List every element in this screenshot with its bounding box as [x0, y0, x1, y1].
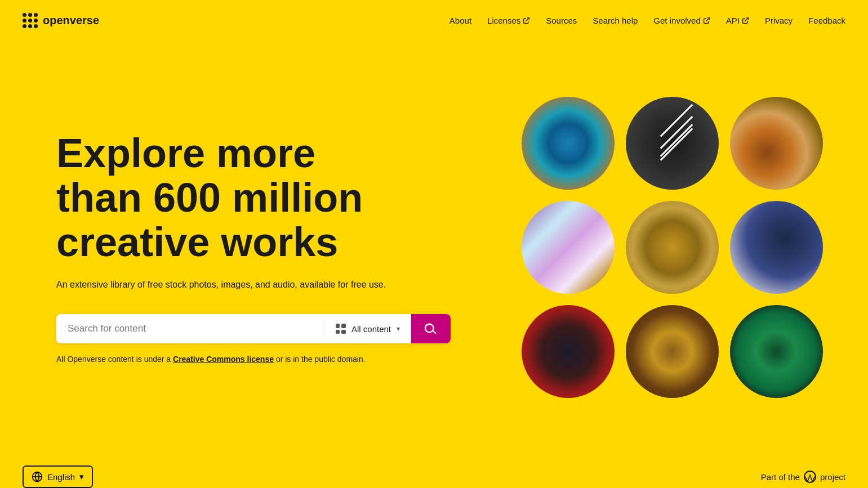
- nav-sources[interactable]: Sources: [546, 16, 577, 25]
- wp-credit: Part of the project: [761, 470, 845, 483]
- language-label: English: [47, 472, 75, 482]
- logo-text: openverse: [43, 14, 99, 27]
- wordpress-logo: [803, 470, 817, 483]
- nav-licenses[interactable]: Licenses: [487, 16, 530, 25]
- grid-icon: [336, 324, 346, 334]
- grid-image-8[interactable]: [626, 305, 719, 398]
- svg-line-0: [526, 17, 529, 21]
- nav-links: About Licenses Sources Search help Get i…: [449, 16, 845, 25]
- image-grid: [522, 97, 823, 398]
- grid-image-1[interactable]: [522, 97, 615, 190]
- globe-icon: [32, 471, 43, 482]
- nav-search-help[interactable]: Search help: [593, 16, 638, 25]
- footer: English ▾ Part of the project: [0, 454, 868, 488]
- cc-license-link[interactable]: Creative Commons license: [173, 355, 274, 364]
- nav-privacy[interactable]: Privacy: [765, 16, 793, 25]
- hero-title: Explore more than 600 million creative w…: [56, 131, 394, 265]
- grid-image-2[interactable]: [626, 97, 719, 190]
- chevron-down-icon: ▾: [79, 472, 84, 482]
- logo[interactable]: openverse: [23, 13, 99, 28]
- navigation: openverse About Licenses Sources Search …: [0, 0, 868, 41]
- svg-line-1: [706, 17, 709, 21]
- grid-image-6[interactable]: [730, 201, 823, 294]
- content-selector-label: All content: [351, 324, 391, 334]
- hero-subtitle: An extensive library of free stock photo…: [56, 278, 394, 292]
- svg-line-2: [745, 17, 748, 21]
- language-selector[interactable]: English ▾: [23, 465, 93, 488]
- nav-feedback[interactable]: Feedback: [808, 16, 845, 25]
- external-link-icon: [742, 17, 749, 24]
- search-icon: [425, 323, 437, 335]
- nav-get-involved[interactable]: Get involved: [653, 16, 710, 25]
- grid-image-5[interactable]: [626, 201, 719, 294]
- external-link-icon: [703, 17, 710, 24]
- hero-content: Explore more than 600 million creative w…: [56, 131, 394, 364]
- grid-image-4[interactable]: [522, 201, 615, 294]
- grid-image-7[interactable]: [522, 305, 615, 398]
- chevron-down-icon: ▾: [397, 325, 400, 333]
- external-link-icon: [523, 17, 530, 24]
- cc-notice: All Openverse content is under a Creativ…: [56, 355, 394, 364]
- search-bar: All content ▾: [56, 314, 451, 343]
- hero-section: Explore more than 600 million creative w…: [0, 41, 868, 454]
- grid-image-9[interactable]: [730, 305, 823, 398]
- search-button[interactable]: [411, 314, 451, 343]
- nav-api[interactable]: API: [726, 16, 749, 25]
- svg-point-5: [804, 471, 816, 482]
- logo-icon: [23, 13, 37, 28]
- content-type-selector[interactable]: All content ▾: [324, 314, 411, 343]
- nav-about[interactable]: About: [449, 16, 471, 25]
- grid-image-3[interactable]: [730, 97, 823, 190]
- search-input[interactable]: [56, 314, 324, 343]
